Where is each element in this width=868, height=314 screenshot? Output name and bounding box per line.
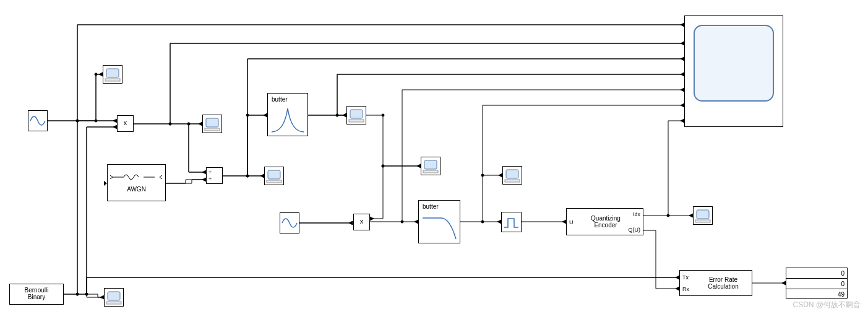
bernoulli-label: Bernoulli Binary [10, 287, 63, 300]
scope-5-block[interactable] [421, 157, 440, 175]
quant-out-idx: Idx [633, 211, 640, 217]
erc-rx: Rx [682, 286, 689, 292]
quantizing-encoder-block[interactable]: U Quantizing Encoder Idx Q(U) [566, 208, 643, 235]
sine-wave-1-block[interactable] [28, 110, 48, 131]
main-scope-block[interactable] [684, 15, 783, 127]
svg-rect-41 [106, 302, 121, 304]
awgn-label: AWGN [108, 186, 165, 193]
scope-icon [265, 167, 283, 185]
display-block[interactable]: 0 0 49 [786, 268, 848, 299]
scope-icon [105, 289, 123, 306]
scope-icon [694, 207, 712, 224]
input-port-icon [104, 181, 107, 186]
svg-rect-33 [349, 120, 364, 122]
product-1-block[interactable]: x [117, 115, 134, 132]
svg-rect-36 [506, 170, 518, 178]
awgn-block[interactable]: AWGN [107, 164, 166, 201]
svg-rect-29 [205, 128, 220, 131]
erc-tx: Tx [682, 274, 689, 281]
scope-icon [203, 115, 221, 133]
svg-rect-30 [268, 170, 280, 179]
lowpass-icon [419, 212, 460, 243]
csdn-watermark: CSDN @何故不嗣音 [793, 300, 861, 310]
svg-rect-31 [267, 180, 281, 183]
product-2-block[interactable]: x [353, 214, 370, 230]
pulse-block[interactable] [501, 212, 522, 232]
sum-block[interactable]: + + [206, 167, 223, 184]
svg-rect-38 [697, 210, 709, 219]
product2-label: x [354, 218, 369, 225]
svg-rect-40 [108, 292, 120, 300]
scope-2-block[interactable] [202, 115, 222, 133]
bernoulli-binary-block[interactable]: Bernoulli Binary [9, 284, 64, 305]
svg-rect-32 [350, 110, 363, 118]
svg-rect-27 [105, 79, 120, 81]
bandpass-icon [268, 105, 307, 136]
sine-icon [280, 213, 299, 233]
scope-1-block[interactable] [103, 65, 122, 84]
display-row-3: 49 [838, 291, 844, 298]
scope-icon [503, 167, 522, 184]
erc-label: Error Rate Calculation [696, 276, 750, 290]
svg-rect-34 [424, 160, 437, 169]
pulse-icon [502, 212, 521, 232]
display-row-1: 0 [841, 270, 844, 277]
scope-4-block[interactable] [346, 106, 366, 124]
product-label: x [118, 120, 133, 126]
quant-out-qu: Q(U) [629, 227, 641, 233]
scope-3-block[interactable] [264, 167, 284, 185]
butter2-label: butter [423, 203, 439, 210]
svg-rect-37 [505, 180, 520, 182]
display-row-2: 0 [841, 281, 844, 287]
sum-port-1: + [208, 169, 212, 175]
scope-6-block[interactable] [502, 166, 522, 185]
quant-in-u: U [569, 219, 574, 225]
svg-rect-35 [423, 170, 438, 173]
butter-lowpass-block[interactable]: butter [418, 200, 460, 243]
scope-8-block[interactable] [104, 288, 124, 307]
scope-icon [347, 107, 366, 124]
scope-screen-icon [694, 25, 774, 102]
sum-port-2: + [208, 176, 212, 182]
svg-rect-26 [106, 69, 119, 77]
svg-rect-39 [695, 220, 710, 222]
scope-icon [103, 66, 122, 83]
quant-label: Quantizing Encoder [584, 215, 627, 229]
error-rate-calc-block[interactable]: Tx Rx Error Rate Calculation [679, 270, 752, 296]
butter-bandpass-block[interactable]: butter [267, 93, 308, 136]
svg-point-18 [246, 114, 249, 116]
scope-icon [421, 157, 440, 175]
scope-7-block[interactable] [693, 206, 713, 225]
sine-wave-2-block[interactable] [280, 212, 299, 233]
svg-rect-28 [206, 118, 218, 127]
butter1-label: butter [272, 96, 288, 103]
simulink-canvas[interactable]: Bernoulli Binary x AWGN + + butter x but… [0, 0, 868, 314]
awgn-symbol-icon [108, 168, 165, 181]
sine-icon [28, 111, 47, 131]
